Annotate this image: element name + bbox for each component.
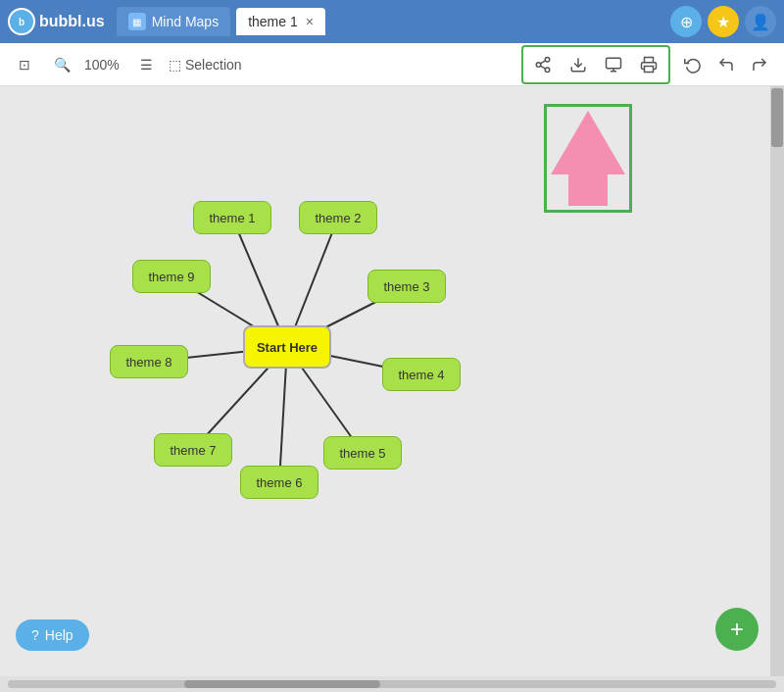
arrow-rect — [568, 174, 608, 206]
redo-button[interactable] — [745, 50, 774, 79]
history-button[interactable] — [678, 50, 708, 79]
map-view-button[interactable]: ⊡ — [10, 50, 39, 79]
h-scroll-thumb[interactable] — [184, 680, 380, 688]
svg-point-0 — [545, 57, 550, 62]
arrow-wrapper — [544, 104, 632, 213]
share-button[interactable] — [527, 49, 559, 80]
theme-4-label: theme 4 — [399, 368, 445, 382]
center-node[interactable]: Start Here — [243, 325, 331, 369]
arrow-indicator — [544, 104, 632, 213]
canvas-area[interactable]: Start Here theme 1 theme 2 theme 3 theme… — [0, 86, 784, 676]
theme-node-9[interactable]: theme 9 — [132, 260, 211, 293]
add-button[interactable]: + — [715, 608, 759, 651]
mind-maps-tab-label: Mind Maps — [152, 14, 219, 29]
globe-button[interactable]: ⊕ — [670, 6, 702, 37]
theme-node-7[interactable]: theme 7 — [154, 433, 232, 467]
mind-maps-tab[interactable]: ▦ Mind Maps — [117, 7, 230, 36]
zoom-button[interactable]: 🔍 — [47, 50, 76, 79]
right-toolbar-icons — [678, 50, 774, 79]
svg-rect-9 — [645, 66, 654, 72]
theme-node-2[interactable]: theme 2 — [299, 201, 377, 234]
selection-icon: ⬚ — [169, 57, 181, 73]
theme-9-label: theme 9 — [149, 270, 195, 284]
vertical-scrollbar[interactable] — [770, 86, 784, 676]
theme-node-8[interactable]: theme 8 — [110, 345, 188, 378]
arrow-triangle — [551, 111, 625, 174]
help-label: Help — [45, 627, 74, 643]
toolbar: ⊡ 🔍 100% ☰ ⬚ Selection — [0, 43, 784, 86]
mind-maps-tab-icon: ▦ — [128, 13, 146, 30]
theme-node-6[interactable]: theme 6 — [240, 466, 318, 499]
svg-point-1 — [536, 62, 541, 67]
download-button[interactable] — [563, 49, 594, 80]
nav-icons: ⊕ ★ 👤 — [670, 6, 776, 37]
user-button[interactable]: 👤 — [745, 6, 776, 37]
selection-label: Selection — [185, 57, 242, 73]
action-buttons-group — [521, 45, 670, 84]
selection-area: ⬚ Selection — [169, 57, 242, 73]
theme-5-label: theme 5 — [340, 446, 386, 461]
screen-button[interactable] — [598, 49, 629, 80]
horizontal-scrollbar[interactable] — [8, 680, 776, 688]
svg-rect-6 — [607, 58, 621, 69]
theme-node-5[interactable]: theme 5 — [323, 436, 402, 470]
logo-text: bubbl.us — [39, 13, 105, 30]
logo-icon: b — [8, 8, 35, 35]
logo[interactable]: b bubbl.us — [8, 8, 105, 35]
help-button[interactable]: ? Help — [16, 619, 89, 651]
close-tab-button[interactable]: × — [306, 14, 314, 29]
svg-point-2 — [545, 68, 550, 73]
zoom-level: 100% — [84, 57, 123, 73]
menu-button[interactable]: ☰ — [131, 50, 161, 79]
star-button[interactable]: ★ — [708, 6, 739, 37]
top-navigation: b bubbl.us ▦ Mind Maps theme 1 × ⊕ ★ 👤 — [0, 0, 784, 43]
svg-line-4 — [540, 60, 545, 63]
print-button[interactable] — [633, 49, 664, 80]
theme-1-label: theme 1 — [210, 211, 256, 225]
theme-8-label: theme 8 — [126, 355, 172, 370]
help-icon: ? — [31, 627, 39, 643]
add-icon: + — [730, 616, 744, 643]
active-tab[interactable]: theme 1 × — [236, 8, 325, 35]
theme-2-label: theme 2 — [316, 211, 362, 225]
theme-3-label: theme 3 — [384, 279, 430, 294]
theme-node-3[interactable]: theme 3 — [368, 270, 446, 303]
active-tab-label: theme 1 — [248, 14, 298, 29]
center-node-label: Start Here — [257, 340, 318, 355]
theme-node-4[interactable]: theme 4 — [382, 358, 461, 391]
theme-6-label: theme 6 — [257, 475, 303, 490]
theme-7-label: theme 7 — [171, 443, 217, 458]
bottom-scrollbar-bar[interactable] — [0, 676, 784, 692]
scroll-thumb[interactable] — [771, 88, 783, 147]
undo-button[interactable] — [711, 50, 741, 79]
theme-node-1[interactable]: theme 1 — [193, 201, 271, 234]
svg-line-3 — [540, 66, 545, 69]
